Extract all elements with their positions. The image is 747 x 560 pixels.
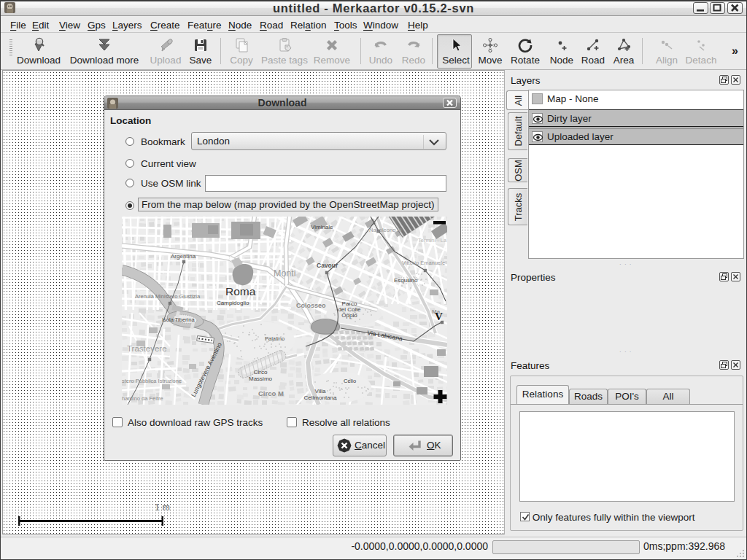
svg-text:Viminale: Viminale xyxy=(311,224,333,230)
svg-text:Massimo: Massimo xyxy=(249,376,273,382)
svg-text:Argentina: Argentina xyxy=(171,253,196,260)
svg-text:Trastevere: Trastevere xyxy=(127,344,167,353)
svg-text:Celio: Celio xyxy=(344,378,356,384)
svg-text:Arenula Ministero Giustizia: Arenula Ministero Giustizia xyxy=(135,293,201,300)
svg-text:Termini - La: Termini - La xyxy=(418,237,447,244)
svg-text:Isola Tiberina: Isola Tiberina xyxy=(162,316,195,323)
svg-text:Villa: Villa xyxy=(315,388,327,394)
svg-text:hardino da Feltre: hardino da Feltre xyxy=(122,395,163,402)
svg-text:Circo: Circo xyxy=(254,369,268,376)
svg-text:Napoleone III: Napoleone III xyxy=(369,227,402,233)
svg-text:Monti: Monti xyxy=(274,268,296,279)
svg-text:Palatino: Palatino xyxy=(265,335,285,342)
svg-text:Celimontana: Celimontana xyxy=(304,394,337,401)
svg-text:Colosseo: Colosseo xyxy=(296,302,326,309)
svg-text:Campidoglio: Campidoglio xyxy=(217,300,249,306)
svg-text:Oppio: Oppio xyxy=(341,312,357,319)
svg-text:Vittorio Emanuele: Vittorio Emanuele xyxy=(402,260,445,266)
svg-text:Roma: Roma xyxy=(225,285,256,298)
svg-text:V: V xyxy=(435,311,443,322)
svg-text:Cavour: Cavour xyxy=(317,262,338,269)
svg-text:stero Pubblica Istruzione: stero Pubblica Istruzione xyxy=(122,378,182,384)
svg-text:Esquilino: Esquilino xyxy=(394,277,418,284)
svg-text:Circo M: Circo M xyxy=(258,389,284,397)
svg-text:1 m: 1 m xyxy=(155,502,170,513)
